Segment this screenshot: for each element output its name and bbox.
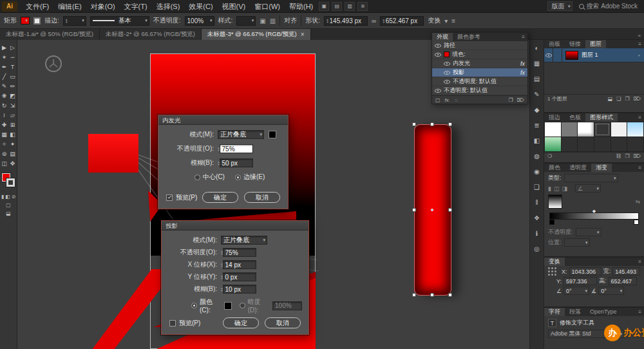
appearance-row-path[interactable]: 路径: [432, 41, 527, 50]
selection-handle[interactable]: [412, 293, 416, 297]
line-segment-tool[interactable]: ╱: [0, 71, 8, 81]
graphic-style-swatch[interactable]: [545, 122, 561, 137]
pathfinder-panel-icon[interactable]: ❖: [534, 214, 540, 222]
tab-appearance[interactable]: 外观: [432, 33, 453, 41]
draw-mode-icon[interactable]: ▢: [6, 202, 11, 208]
center-radio[interactable]: 中心(C): [194, 173, 225, 182]
graphic-style-swatch[interactable]: [562, 122, 578, 137]
visibility-eye-icon[interactable]: [444, 62, 450, 66]
panel-menu-icon[interactable]: ≡: [451, 17, 455, 24]
selection-handle[interactable]: [448, 208, 452, 212]
tab-color-guide[interactable]: 颜色参考: [453, 33, 485, 41]
delete-style-icon[interactable]: ⌦: [634, 153, 641, 159]
layer-visibility-icon[interactable]: [545, 53, 552, 57]
gradient-angle-field[interactable]: ∠: [575, 184, 601, 193]
tab-paragraph[interactable]: 段落: [565, 308, 585, 316]
blob-brush-tool[interactable]: ❋: [0, 91, 8, 100]
selection-handle[interactable]: [412, 122, 416, 126]
transparency-panel-icon[interactable]: ◍: [534, 153, 540, 160]
darkness-radio[interactable]: 暗度(D):: [240, 297, 270, 314]
opacity-input[interactable]: 75%: [223, 248, 256, 257]
opacity-input[interactable]: 75%: [220, 144, 253, 153]
doc-tab-2[interactable]: 未标题-2* @ 66.67% (RGB/预览): [100, 29, 202, 40]
dialog-title[interactable]: 内发光: [158, 115, 288, 125]
cancel-button[interactable]: 取消: [244, 192, 280, 203]
visibility-eye-icon[interactable]: [435, 89, 441, 93]
gradient-tool[interactable]: ◧: [8, 129, 17, 139]
blend-mode-dropdown[interactable]: 正片叠底: [221, 236, 267, 245]
gradient-type-dropdown[interactable]: [564, 174, 618, 182]
menu-view[interactable]: 视图(V): [218, 0, 251, 13]
layer-row[interactable]: 图层 1 ◦: [544, 48, 644, 62]
stop-location-field[interactable]: [564, 238, 590, 247]
graphic-style-swatch[interactable]: [627, 122, 643, 137]
y-field[interactable]: 597.336: [564, 277, 597, 285]
bridge-icon[interactable]: ▣: [319, 2, 329, 11]
red-square-shape[interactable]: [88, 134, 138, 173]
link-dimensions-icon[interactable]: ∞: [372, 17, 376, 24]
close-tab-icon[interactable]: ×: [301, 31, 305, 38]
blend-tool[interactable]: ✦: [8, 139, 17, 149]
preview-checkbox[interactable]: ✓预览(P): [166, 193, 197, 202]
height-field[interactable]: ▴▾652.467 px: [380, 16, 424, 26]
blur-input[interactable]: 50 px: [220, 158, 253, 167]
stroke-weight-field[interactable]: ▴▾: [63, 16, 86, 26]
dialog-title[interactable]: 投影: [162, 221, 308, 231]
visibility-eye-icon[interactable]: [435, 44, 441, 48]
mesh-tool[interactable]: ▦: [0, 129, 8, 139]
layer-lock-cell[interactable]: [553, 48, 562, 62]
graphic-style-swatch[interactable]: [545, 137, 561, 151]
color-panel-icon[interactable]: ◐: [535, 44, 538, 52]
graphic-styles-panel-icon[interactable]: ❑: [534, 184, 540, 191]
appearance-panel-icon[interactable]: ◉: [534, 168, 540, 175]
selection-center-point[interactable]: [431, 209, 433, 211]
reverse-gradient-icon[interactable]: ⇋: [635, 198, 640, 205]
stroke-panel-icon[interactable]: ≣: [534, 122, 539, 129]
blur-input[interactable]: 10 px: [223, 285, 256, 294]
column-graph-tool[interactable]: ▤: [8, 149, 17, 158]
doc-tab-1[interactable]: 未标题-1.ai* @ 50% (RGB/预览): [0, 29, 100, 40]
preferences-icon[interactable]: ▥: [270, 17, 276, 24]
shear-field[interactable]: 0°: [598, 287, 624, 295]
blend-mode-dropdown[interactable]: 正片叠底: [218, 130, 264, 139]
hand-tool[interactable]: ✥: [8, 158, 17, 168]
symbols-panel-icon[interactable]: ◆: [535, 106, 540, 113]
stop-opacity-field[interactable]: [576, 228, 601, 236]
tab-layers[interactable]: 图层: [585, 40, 606, 48]
layer-name[interactable]: 图层 1: [582, 51, 598, 59]
paintbrush-tool[interactable]: ✎: [0, 81, 8, 91]
color-mode-icon[interactable]: ▮: [1, 194, 4, 200]
menu-effect[interactable]: 效果(C): [184, 0, 217, 13]
collapse-panels-icon[interactable]: »: [638, 33, 641, 39]
panel-menu-icon[interactable]: ≡: [636, 308, 644, 316]
ok-button[interactable]: 确定: [223, 317, 259, 328]
selection-handle[interactable]: [448, 122, 452, 126]
selection-handle[interactable]: [430, 122, 434, 126]
tab-swatches[interactable]: 色板: [565, 113, 585, 122]
menu-type[interactable]: 文字(T): [120, 0, 152, 13]
new-layer-icon[interactable]: ❐: [625, 96, 630, 102]
width-tool[interactable]: ≀: [0, 110, 8, 120]
visibility-eye-icon[interactable]: [444, 80, 450, 84]
free-transform-tool[interactable]: ▱: [8, 110, 17, 120]
width-field[interactable]: 145.493: [612, 267, 640, 276]
swatches-panel-icon[interactable]: ▤: [534, 75, 540, 82]
visibility-eye-icon[interactable]: [444, 71, 450, 75]
clear-appearance-icon[interactable]: ◌: [455, 97, 458, 103]
type-tool[interactable]: T: [8, 62, 17, 71]
tab-transparency[interactable]: 透明度: [565, 164, 591, 172]
perspective-grid-tool[interactable]: ⊞: [8, 120, 17, 129]
direct-selection-tool[interactable]: ▷: [8, 42, 17, 52]
gradient-panel-icon[interactable]: ◧: [534, 137, 540, 144]
selection-handle[interactable]: [430, 293, 434, 297]
gradient-midpoint-icon[interactable]: ◆: [592, 209, 596, 214]
rectangle-tool[interactable]: ▭: [8, 71, 17, 81]
screen-mode-icon[interactable]: ⬓: [6, 211, 11, 216]
panel-menu-icon[interactable]: ≡: [636, 113, 644, 122]
tab-character[interactable]: 字符: [544, 308, 565, 316]
gradient-stop-black[interactable]: [549, 220, 554, 225]
eyedropper-tool[interactable]: ✧: [0, 139, 8, 149]
menu-select[interactable]: 选择(S): [152, 0, 185, 13]
graphic-style-swatch[interactable]: [594, 137, 611, 151]
selection-handle[interactable]: [448, 293, 452, 297]
